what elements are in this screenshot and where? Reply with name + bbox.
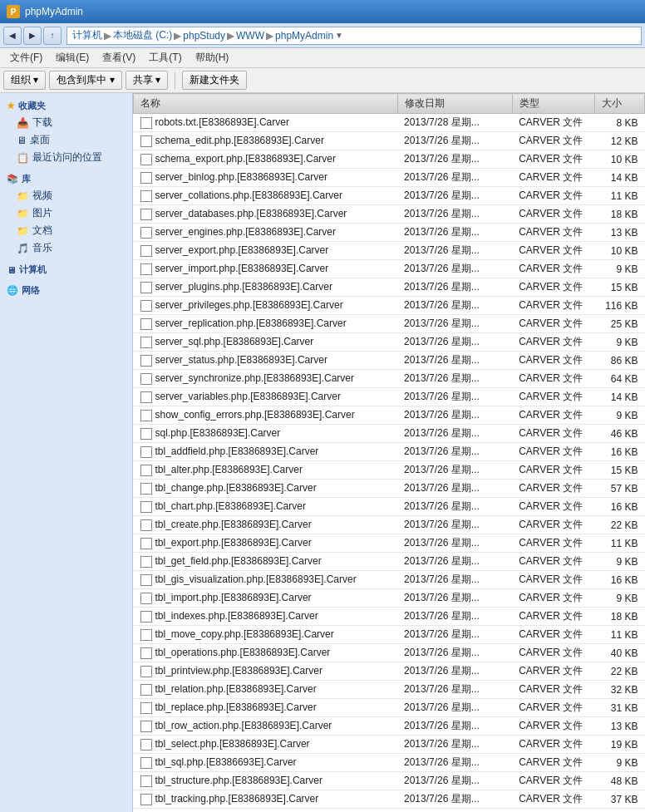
forward-button[interactable]: ▶: [23, 27, 42, 45]
file-icon: [140, 593, 152, 604]
file-size-cell: 11 KB: [595, 534, 645, 553]
table-row[interactable]: server_binlog.php.[E8386893E].Carver2013…: [134, 169, 645, 187]
file-size-cell: 9 KB: [595, 406, 645, 425]
column-header-name[interactable]: 名称: [134, 94, 398, 114]
file-icon: [140, 611, 152, 623]
column-header-size[interactable]: 大小: [595, 94, 645, 114]
table-row[interactable]: tbl_export.php.[E8386893E].Carver2013/7/…: [134, 534, 645, 553]
address-path[interactable]: 计算机 ▶ 本地磁盘 (C:) ▶ phpStudy ▶ WWW ▶ phpMy…: [66, 27, 642, 45]
table-row[interactable]: tbl_structure.php.[E8386893E].Carver2013…: [134, 772, 645, 790]
file-size-cell: 10 KB: [595, 242, 645, 260]
sidebar-item-music[interactable]: 🎵 音乐: [0, 239, 132, 257]
file-size-cell: 40 KB: [595, 644, 645, 662]
path-computer[interactable]: 计算机: [72, 28, 102, 42]
file-icon: [140, 757, 152, 769]
share-button[interactable]: 共享 ▾: [126, 71, 168, 90]
table-row[interactable]: server_databases.php.[E8386893E].Carver2…: [134, 205, 645, 224]
table-row[interactable]: tbl_triggers.php.[E8386893E].Carver2013/…: [134, 809, 645, 813]
file-name-cell: tbl_create.php.[E8386893E].Carver: [134, 516, 398, 534]
table-row[interactable]: tbl_create.php.[E8386893E].Carver2013/7/…: [134, 516, 645, 534]
file-type-cell: CARVER 文件: [512, 388, 595, 406]
back-button[interactable]: ◀: [3, 27, 22, 45]
table-row[interactable]: tbl_sql.php.[E8386693E].Carver2013/7/26 …: [134, 754, 645, 772]
table-row[interactable]: tbl_tracking.php.[E8386893E].Carver2013/…: [134, 790, 645, 809]
table-row[interactable]: server_engines.php.[E8386893E].Carver201…: [134, 224, 645, 242]
menu-help[interactable]: 帮助(H): [189, 49, 236, 66]
table-row[interactable]: tbl_chart.php.[E8386893E].Carver2013/7/2…: [134, 498, 645, 516]
table-row[interactable]: tbl_get_field.php.[E8386893E].Carver2013…: [134, 553, 645, 571]
table-row[interactable]: show_config_errors.php.[E8386893E].Carve…: [134, 406, 645, 425]
table-row[interactable]: tbl_row_action.php.[E8386893E].Carver201…: [134, 717, 645, 736]
sidebar-item-pictures[interactable]: 📁 图片: [0, 204, 132, 222]
menu-file[interactable]: 文件(F): [3, 49, 49, 66]
table-row[interactable]: tbl_select.php.[E8386893E].Carver2013/7/…: [134, 736, 645, 754]
organize-button[interactable]: 组织 ▾: [3, 71, 46, 90]
menu-view[interactable]: 查看(V): [96, 49, 142, 66]
table-row[interactable]: server_replication.php.[E8386893E].Carve…: [134, 315, 645, 333]
new-folder-button[interactable]: 新建文件夹: [182, 71, 247, 90]
computer-label[interactable]: 🖥 计算机: [0, 260, 132, 278]
file-name-cell: server_collations.php.[E8386893E].Carver: [134, 187, 398, 205]
file-type-cell: CARVER 文件: [512, 736, 595, 754]
file-size-cell: 14 KB: [595, 169, 645, 187]
file-date-cell: 2013/7/26 星期...: [397, 370, 512, 388]
table-row[interactable]: schema_edit.php.[E8386893E].Carver2013/7…: [134, 132, 645, 150]
table-row[interactable]: sql.php.[E8386893E].Carver2013/7/26 星期..…: [134, 425, 645, 443]
file-type-cell: CARVER 文件: [512, 278, 595, 297]
path-phpstudy[interactable]: phpStudy: [183, 30, 225, 42]
table-row[interactable]: server_status.php.[E8386893E].Carver2013…: [134, 352, 645, 370]
table-row[interactable]: tbl_import.php.[E8386893E].Carver2013/7/…: [134, 589, 645, 608]
file-table: 名称 修改日期 类型 大小 robots.txt.[E8386893E].Car…: [133, 93, 645, 812]
menu-tools[interactable]: 工具(T): [142, 49, 188, 66]
sidebar-item-recent[interactable]: 📋 最近访问的位置: [0, 149, 132, 166]
file-name-cell: server_export.php.[E8386893E].Carver: [134, 242, 398, 260]
path-drive[interactable]: 本地磁盘 (C:): [113, 28, 172, 42]
table-row[interactable]: server_sql.php.[E8386893E].Carver2013/7/…: [134, 333, 645, 352]
sidebar-item-download[interactable]: 📥 下载: [0, 114, 132, 131]
file-name-cell: server_binlog.php.[E8386893E].Carver: [134, 169, 398, 187]
table-row[interactable]: tbl_move_copy.php.[E8386893E].Carver2013…: [134, 626, 645, 644]
table-row[interactable]: tbl_change.php.[E8386893E].Carver2013/7/…: [134, 480, 645, 498]
file-date-cell: 2013/7/26 星期...: [397, 352, 512, 370]
file-size-cell: 48 KB: [595, 772, 645, 790]
path-phpmyadmin[interactable]: phpMyAdmin: [275, 30, 333, 42]
network-label[interactable]: 🌐 网络: [0, 281, 132, 298]
column-header-date[interactable]: 修改日期: [397, 94, 512, 114]
sidebar-item-video[interactable]: 📁 视频: [0, 187, 132, 204]
table-row[interactable]: server_export.php.[E8386893E].Carver2013…: [134, 242, 645, 260]
sidebar-item-desktop[interactable]: 🖥 桌面: [0, 131, 132, 149]
file-size-cell: 9 KB: [595, 260, 645, 278]
file-size-cell: 37 KB: [595, 790, 645, 809]
file-type-cell: CARVER 文件: [512, 699, 595, 717]
table-row[interactable]: robots.txt.[E8386893E].Carver2013/7/28 星…: [134, 114, 645, 132]
include-library-button[interactable]: 包含到库中 ▾: [49, 71, 121, 90]
path-www[interactable]: WWW: [236, 30, 264, 42]
table-row[interactable]: tbl_addfield.php.[E8386893E].Carver2013/…: [134, 443, 645, 461]
table-row[interactable]: tbl_alter.php.[E8386893E].Carver2013/7/2…: [134, 461, 645, 480]
table-row[interactable]: server_plugins.php.[E8386893E].Carver201…: [134, 278, 645, 297]
file-type-cell: CARVER 文件: [512, 608, 595, 626]
table-row[interactable]: tbl_relation.php.[E8386893E].Carver2013/…: [134, 681, 645, 699]
file-icon: [140, 428, 152, 440]
download-icon: 📥: [17, 117, 29, 129]
table-row[interactable]: server_collations.php.[E8386893E].Carver…: [134, 187, 645, 205]
table-row[interactable]: tbl_gis_visualization.php.[E8386893E].Ca…: [134, 571, 645, 589]
table-row[interactable]: tbl_operations.php.[E8386893E].Carver201…: [134, 644, 645, 662]
file-date-cell: 2013/7/26 星期...: [397, 132, 512, 150]
table-row[interactable]: tbl_replace.php.[E8386893E].Carver2013/7…: [134, 699, 645, 717]
table-row[interactable]: server_variables.php.[E8386893E].Carver2…: [134, 388, 645, 406]
sidebar-item-documents[interactable]: 📁 文档: [0, 222, 132, 239]
table-row[interactable]: server_import.php.[E8386893E].Carver2013…: [134, 260, 645, 278]
table-row[interactable]: schema_export.php.[E8386893E].Carver2013…: [134, 150, 645, 169]
up-button[interactable]: ↑: [43, 27, 62, 45]
table-row[interactable]: server_synchronize.php.[E8386893E].Carve…: [134, 370, 645, 388]
table-row[interactable]: tbl_printview.php.[E8386893E].Carver2013…: [134, 662, 645, 681]
file-date-cell: 2013/7/26 星期...: [397, 681, 512, 699]
column-header-type[interactable]: 类型: [512, 94, 595, 114]
menu-edit[interactable]: 编辑(E): [49, 49, 96, 66]
table-row[interactable]: server_privileges.php.[E8386893E].Carver…: [134, 297, 645, 315]
table-row[interactable]: tbl_indexes.php.[E8386893E].Carver2013/7…: [134, 608, 645, 626]
network-section: 🌐 网络: [0, 281, 132, 298]
file-date-cell: 2013/7/26 星期...: [397, 443, 512, 461]
file-name-cell: server_variables.php.[E8386893E].Carver: [134, 388, 398, 406]
